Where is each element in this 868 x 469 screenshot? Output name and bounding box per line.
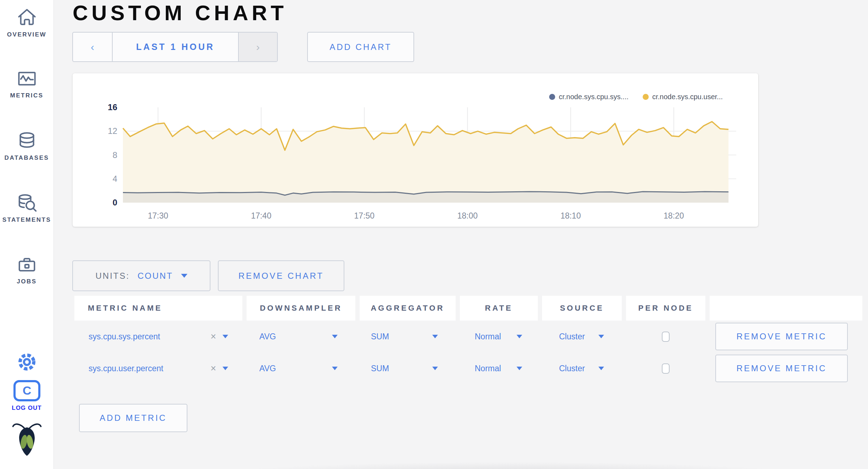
column-header-source: SOURCE	[542, 296, 622, 321]
table-row: sys.cpu.user.percent × AVG SUM Normal Cl…	[74, 352, 862, 384]
sidebar-item-jobs[interactable]: JOBS	[0, 253, 53, 285]
source-value: Cluster	[542, 364, 585, 373]
settings-button[interactable]	[0, 351, 53, 373]
legend-dot-user	[643, 94, 649, 100]
svg-text:0: 0	[113, 198, 117, 207]
column-header-empty	[710, 296, 862, 321]
downsampler-dropdown[interactable]: AVG	[247, 352, 355, 384]
home-icon	[16, 6, 38, 29]
svg-text:C: C	[22, 384, 31, 397]
chart-legend: cr.node.sys.cpu.sys.... cr.node.sys.cpu.…	[549, 93, 723, 101]
svg-text:18:20: 18:20	[664, 211, 684, 220]
source-dropdown[interactable]: Cluster	[542, 352, 622, 384]
remove-metric-cell: REMOVE METRIC	[710, 321, 862, 352]
dropdown-caret-icon	[432, 335, 438, 338]
time-next-button[interactable]: ›	[239, 33, 277, 61]
downsampler-dropdown[interactable]: AVG	[247, 321, 355, 352]
table-row: sys.cpu.sys.percent × AVG SUM Normal Clu…	[74, 321, 862, 352]
add-chart-label: ADD CHART	[329, 42, 392, 52]
remove-metric-cell: REMOVE METRIC	[710, 352, 862, 384]
metrics-graph-icon	[16, 67, 38, 90]
column-header-per-node: PER NODE	[626, 296, 705, 321]
svg-text:17:50: 17:50	[354, 211, 375, 220]
cockroach-c-icon: C	[13, 380, 41, 402]
logout-button[interactable]: C LOG OUT	[0, 380, 53, 412]
column-header-rate: RATE	[460, 296, 538, 321]
clear-icon[interactable]: ×	[210, 363, 216, 374]
database-icon	[16, 130, 38, 152]
units-value: COUNT	[137, 271, 173, 281]
aggregator-dropdown[interactable]: SUM	[360, 321, 456, 352]
svg-text:4: 4	[113, 174, 117, 183]
column-header-downsampler: DOWNSAMPLER	[247, 296, 355, 321]
sidebar-item-label: METRICS	[10, 92, 44, 99]
bottom-shadow	[152, 458, 868, 469]
legend-label: cr.node.sys.cpu.user...	[652, 93, 723, 101]
metric-name-dropdown[interactable]: sys.cpu.user.percent ×	[74, 352, 242, 384]
units-dropdown[interactable]: UNITS: COUNT	[72, 260, 210, 291]
metric-name-value: sys.cpu.user.percent	[74, 364, 163, 373]
remove-chart-button[interactable]: REMOVE CHART	[218, 260, 344, 291]
per-node-checkbox[interactable]	[662, 332, 670, 342]
dropdown-caret-icon	[222, 335, 228, 338]
aggregator-value: SUM	[360, 364, 389, 373]
add-metric-button[interactable]: ADD METRIC	[79, 404, 187, 432]
briefcase-icon	[16, 253, 38, 276]
sidebar: OVERVIEW METRICS DATABASES	[0, 0, 54, 469]
database-search-icon	[16, 192, 38, 214]
aggregator-value: SUM	[360, 332, 389, 341]
chevron-down-icon	[181, 274, 187, 278]
dropdown-caret-icon	[332, 335, 338, 338]
rate-dropdown[interactable]: Normal	[460, 352, 538, 384]
svg-text:18:00: 18:00	[457, 211, 478, 220]
dropdown-caret-icon	[517, 367, 522, 370]
dropdown-caret-icon	[517, 335, 522, 338]
rate-value: Normal	[460, 332, 501, 341]
downsampler-value: AVG	[247, 332, 276, 341]
chevron-right-icon: ›	[256, 41, 260, 53]
metric-name-dropdown[interactable]: sys.cpu.sys.percent ×	[74, 321, 242, 352]
chart-card: 048121617:3017:4017:5018:0018:1018:20 cr…	[73, 73, 758, 227]
svg-text:17:30: 17:30	[148, 211, 168, 220]
remove-chart-label: REMOVE CHART	[238, 271, 324, 281]
svg-text:12: 12	[108, 126, 117, 136]
per-node-checkbox[interactable]	[662, 363, 670, 374]
time-range-dropdown[interactable]: LAST 1 HOUR	[112, 33, 239, 61]
column-header-metric-name: METRIC NAME	[74, 296, 242, 321]
svg-text:8: 8	[113, 150, 117, 160]
time-range-label: LAST 1 HOUR	[136, 42, 215, 52]
source-dropdown[interactable]: Cluster	[542, 321, 622, 352]
sidebar-item-statements[interactable]: STATEMENTS	[0, 192, 53, 224]
dropdown-caret-icon	[332, 367, 338, 370]
dropdown-caret-icon	[598, 367, 604, 370]
time-prev-button[interactable]: ‹	[73, 33, 112, 61]
sidebar-item-label: OVERVIEW	[7, 31, 46, 38]
remove-metric-label: REMOVE METRIC	[737, 363, 827, 373]
aggregator-dropdown[interactable]: SUM	[360, 352, 456, 384]
remove-metric-button[interactable]: REMOVE METRIC	[715, 355, 848, 382]
svg-text:17:40: 17:40	[251, 211, 271, 220]
sidebar-item-overview[interactable]: OVERVIEW	[0, 6, 53, 38]
svg-text:18:10: 18:10	[560, 211, 581, 220]
metric-name-value: sys.cpu.sys.percent	[74, 332, 160, 341]
column-header-aggregator: AGGREGATOR	[360, 296, 456, 321]
downsampler-value: AVG	[247, 364, 276, 373]
sidebar-item-label: JOBS	[17, 278, 36, 285]
sidebar-item-metrics[interactable]: METRICS	[0, 67, 53, 99]
sidebar-item-databases[interactable]: DATABASES	[0, 130, 53, 162]
remove-metric-button[interactable]: REMOVE METRIC	[715, 323, 848, 350]
page-title: CUSTOM CHART	[73, 1, 287, 25]
remove-metric-label: REMOVE METRIC	[737, 332, 827, 341]
sidebar-item-label: DATABASES	[5, 154, 49, 162]
add-metric-label: ADD METRIC	[100, 413, 167, 423]
legend-label: cr.node.sys.cpu.sys....	[559, 93, 629, 101]
add-chart-button[interactable]: ADD CHART	[307, 32, 414, 62]
legend-dot-sys	[549, 94, 555, 100]
logout-label: LOG OUT	[12, 405, 41, 412]
clear-icon[interactable]: ×	[210, 331, 216, 342]
units-label: UNITS:	[96, 271, 130, 281]
dropdown-caret-icon	[222, 367, 228, 370]
dropdown-caret-icon	[432, 367, 438, 370]
svg-text:16: 16	[108, 102, 117, 112]
rate-dropdown[interactable]: Normal	[460, 321, 538, 352]
